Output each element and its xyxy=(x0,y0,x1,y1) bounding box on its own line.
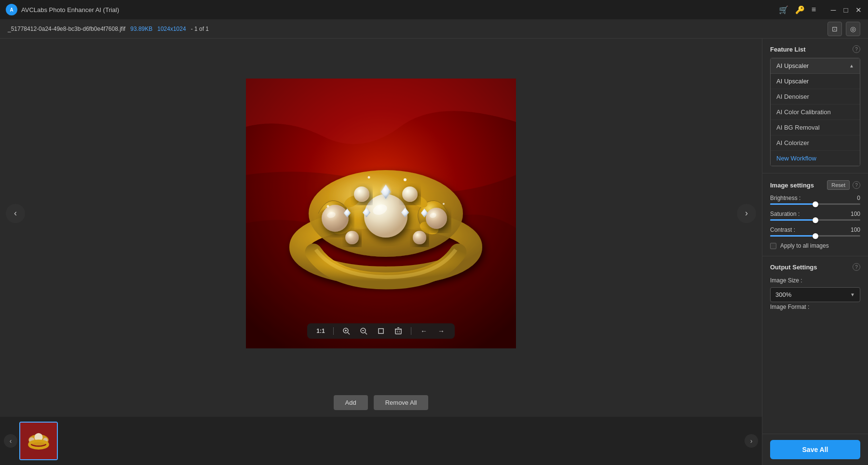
minimize-button[interactable]: ─ xyxy=(829,6,837,13)
save-all-button[interactable]: Save All xyxy=(770,440,860,459)
main-image-container: b 1:1 xyxy=(246,79,516,348)
dropdown-item-new-workflow[interactable]: New Workflow xyxy=(771,151,860,166)
save-btn-container: Save All xyxy=(762,434,868,465)
feature-list-header: Feature List ? xyxy=(770,45,860,53)
svg-point-15 xyxy=(345,231,359,244)
title-bar: A AVCLabs Photo Enhancer AI (Trial) 🛒 🔑 … xyxy=(0,0,868,19)
saturation-setting: Saturation : 100 xyxy=(770,211,860,221)
contrast-setting: Contrast : 100 xyxy=(770,226,860,237)
zoom-in-button[interactable] xyxy=(341,327,351,335)
navigate-next-button[interactable]: → xyxy=(436,327,446,335)
output-settings-section: Output Settings ? Image Size : 300% ▼ Im… xyxy=(762,256,868,318)
thumbnail-image xyxy=(20,423,57,459)
thumbnail-item[interactable] xyxy=(19,422,58,460)
ratio-button[interactable]: 1:1 xyxy=(316,328,326,334)
contrast-slider-fill xyxy=(770,235,815,237)
app-logo: A xyxy=(6,4,17,15)
strip-prev-button[interactable]: ‹ xyxy=(4,434,17,448)
svg-line-28 xyxy=(348,332,350,334)
feature-list-title: Feature List xyxy=(770,46,806,53)
dropdown-item-ai-color-calibration[interactable]: AI Color Calibration xyxy=(771,105,860,120)
svg-point-16 xyxy=(413,231,426,244)
preview-icon-button[interactable]: ◎ xyxy=(846,22,860,36)
image-size-label: Image Size : xyxy=(770,277,802,284)
window-controls: ─ □ ✕ xyxy=(829,6,862,13)
svg-rect-34 xyxy=(379,329,383,333)
main-layout: ‹ xyxy=(0,39,868,465)
brightness-slider-fill xyxy=(770,203,815,205)
crop-icon-button[interactable]: ⊡ xyxy=(827,22,842,36)
brightness-slider[interactable] xyxy=(770,203,860,205)
apply-all-label: Apply to all images xyxy=(780,242,829,249)
output-settings-header: Output Settings ? xyxy=(770,263,860,271)
saturation-slider-fill xyxy=(770,219,815,221)
prev-image-button[interactable]: ‹ xyxy=(6,204,25,223)
file-bar-actions: ⊡ ◎ xyxy=(827,22,860,36)
svg-point-23 xyxy=(368,176,370,178)
svg-point-22 xyxy=(404,178,407,181)
feature-dropdown-selected-text: AI Upscaler xyxy=(776,62,809,69)
file-name: _51778412-0a24-49e8-bc3b-d6fb0e4f7608.jf… xyxy=(8,26,125,32)
menu-icon[interactable]: ≡ xyxy=(812,5,816,14)
svg-point-24 xyxy=(443,203,445,205)
right-panel: Feature List ? AI Upscaler ▲ AI Upscaler… xyxy=(762,39,868,465)
file-bar: _51778412-0a24-49e8-bc3b-d6fb0e4f7608.jf… xyxy=(0,19,868,39)
apply-all-row: Apply to all images xyxy=(770,242,860,249)
image-viewer: ‹ xyxy=(0,39,762,388)
contrast-slider[interactable] xyxy=(770,235,860,237)
thumbnail-strip: ‹ › xyxy=(0,417,762,465)
saturation-slider[interactable] xyxy=(770,219,860,221)
delete-button[interactable] xyxy=(393,327,403,335)
brightness-slider-thumb[interactable] xyxy=(813,201,818,207)
dropdown-item-ai-bg-removal[interactable]: AI BG Removal xyxy=(771,120,860,135)
contrast-label: Contrast : xyxy=(770,226,795,233)
image-settings-title: Image settings xyxy=(770,182,814,189)
contrast-value: 100 xyxy=(851,226,860,233)
dropdown-item-ai-denoiser[interactable]: AI Denoiser xyxy=(771,89,860,105)
key-icon[interactable]: 🔑 xyxy=(795,5,805,14)
feature-list-section: Feature List ? AI Upscaler ▲ AI Upscaler… xyxy=(762,39,868,173)
image-settings-help-icon[interactable]: ? xyxy=(853,181,860,189)
feature-dropdown-items: AI Upscaler AI Denoiser AI Color Calibra… xyxy=(771,74,860,166)
feature-list-help-icon[interactable]: ? xyxy=(853,45,860,53)
app-title: AVCLabs Photo Enhancer AI (Trial) xyxy=(21,6,779,13)
output-settings-help-icon[interactable]: ? xyxy=(853,263,860,271)
svg-point-14 xyxy=(402,186,418,202)
feature-dropdown: AI Upscaler ▲ AI Upscaler AI Denoiser AI… xyxy=(770,58,860,166)
file-size: 93.89KB xyxy=(130,26,152,32)
add-button[interactable]: Add xyxy=(334,395,368,410)
saturation-slider-thumb[interactable] xyxy=(813,217,818,223)
image-format-label: Image Format : xyxy=(770,304,809,310)
image-settings-section: Image settings Reset ? Brightness : 0 xyxy=(762,173,868,256)
cart-icon[interactable]: 🛒 xyxy=(779,5,788,14)
svg-rect-35 xyxy=(395,329,401,334)
dropdown-item-ai-upscaler[interactable]: AI Upscaler xyxy=(771,74,860,89)
image-size-arrow-icon: ▼ xyxy=(850,292,855,297)
next-image-button[interactable]: › xyxy=(737,204,756,223)
contrast-slider-thumb[interactable] xyxy=(813,233,818,239)
strip-next-button[interactable]: › xyxy=(745,434,758,448)
maximize-button[interactable]: □ xyxy=(842,6,850,13)
svg-point-25 xyxy=(327,205,329,207)
crop-button[interactable] xyxy=(376,327,386,335)
ring-image: b xyxy=(246,79,516,348)
dropdown-item-ai-colorizer[interactable]: AI Colorizer xyxy=(771,135,860,151)
close-button[interactable]: ✕ xyxy=(854,6,862,13)
file-dimensions: 1024x1024 xyxy=(157,26,186,32)
svg-point-11 xyxy=(426,208,447,229)
svg-point-7 xyxy=(364,194,407,238)
image-toolbar: 1:1 xyxy=(307,323,455,339)
zoom-out-button[interactable] xyxy=(359,327,368,335)
image-settings-header: Image settings Reset ? xyxy=(770,180,860,190)
reset-button[interactable]: Reset xyxy=(827,180,850,190)
feature-dropdown-selected[interactable]: AI Upscaler ▲ xyxy=(771,58,860,74)
image-size-select[interactable]: 300% ▼ xyxy=(770,287,860,302)
apply-all-checkbox[interactable] xyxy=(770,243,776,249)
saturation-label: Saturation : xyxy=(770,211,800,217)
dropdown-collapse-icon: ▲ xyxy=(849,63,854,68)
title-bar-actions: 🛒 🔑 ≡ ─ □ ✕ xyxy=(779,5,862,14)
remove-all-button[interactable]: Remove All xyxy=(374,395,429,410)
navigate-prev-button[interactable]: ← xyxy=(419,327,429,335)
file-count: - 1 of 1 xyxy=(191,26,209,32)
brightness-value: 0 xyxy=(857,195,860,201)
